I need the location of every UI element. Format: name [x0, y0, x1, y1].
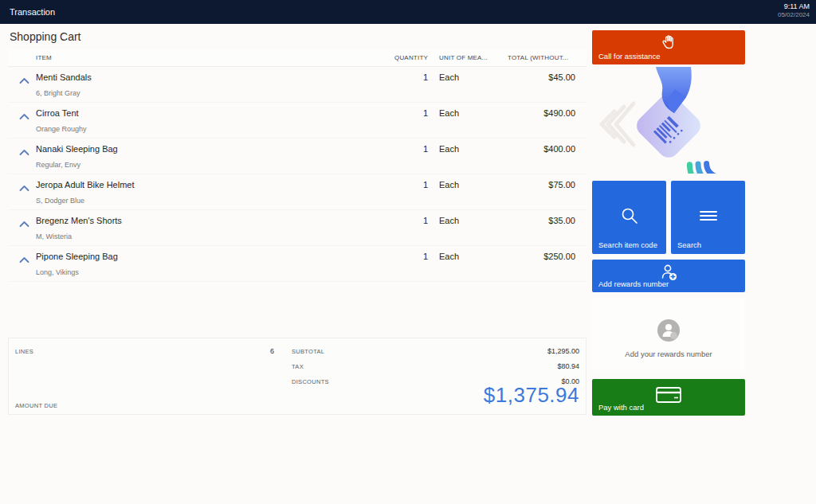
item-name-cell: Jeropa Adult Bike Helmet S, Dodger Blue — [36, 174, 359, 209]
call-for-assistance-button[interactable]: Call for assistance — [592, 30, 745, 64]
person-circle-icon — [657, 318, 681, 346]
item-name: Cirroa Tent — [36, 107, 359, 119]
item-name-cell: Pipone Sleeping Bag Long, Vikings — [36, 246, 359, 281]
page-title: Shopping Cart — [10, 30, 81, 43]
search-icon — [620, 206, 639, 229]
discounts-label: DISCOUNTS — [292, 378, 329, 385]
chevron-up-icon[interactable] — [8, 67, 36, 102]
cart-row[interactable]: Pipone Sleeping Bag Long, Vikings 1 Each… — [8, 246, 586, 282]
item-total: $75.00 — [506, 174, 575, 209]
tax-label: TAX — [292, 363, 304, 370]
item-name-cell: Bregenz Men's Shorts M, Wisteria — [36, 210, 359, 245]
item-name: Jeropa Adult Bike Helmet — [36, 178, 359, 191]
cart-table-header: ITEM QUANTITY UNIT OF MEA... TOTAL (WITH… — [8, 49, 586, 67]
item-quantity: 1 — [359, 139, 428, 174]
list-lines-icon — [698, 206, 719, 229]
item-name-cell: Nanaki Sleeping Bag Regular, Envy — [36, 139, 359, 174]
search-item-code-label: Search item code — [598, 240, 657, 249]
call-for-assistance-label: Call for assistance — [598, 52, 661, 61]
item-unit: Each — [439, 246, 506, 281]
item-variant: S, Dodger Blue — [36, 197, 359, 205]
column-header-unit: UNIT OF MEA... — [439, 54, 488, 61]
item-quantity: 1 — [359, 103, 428, 138]
column-header-item: ITEM — [36, 54, 52, 61]
clock: 9:11 AM 05/02/2024 — [778, 2, 810, 18]
add-rewards-number-label: Add rewards number — [598, 279, 669, 288]
raised-hand-icon — [661, 33, 677, 54]
pay-with-card-label: Pay with card — [598, 403, 644, 412]
amount-due-label: AMOUNT DUE — [15, 402, 57, 409]
cart-row[interactable]: Cirroa Tent Orange Roughy 1 Each $490.00 — [8, 103, 586, 139]
cart-row[interactable]: Jeropa Adult Bike Helmet S, Dodger Blue … — [8, 174, 586, 210]
column-header-quantity: QUANTITY — [394, 54, 428, 61]
item-unit: Each — [439, 139, 506, 174]
item-name-cell: Cirroa Tent Orange Roughy — [36, 103, 359, 138]
item-name: Bregenz Men's Shorts — [36, 214, 359, 227]
item-variant: 6, Bright Gray — [36, 89, 359, 97]
item-total: $490.00 — [506, 103, 575, 138]
item-total: $35.00 — [506, 210, 575, 245]
subtotal-label: SUBTOTAL — [292, 348, 324, 355]
search-label: Search — [677, 240, 701, 249]
chevron-up-icon[interactable] — [8, 139, 36, 174]
pay-with-card-button[interactable]: Pay with card — [592, 379, 745, 416]
search-item-code-button[interactable]: Search item code — [592, 181, 666, 254]
subtotal-value: $1,295.00 — [547, 347, 579, 355]
item-quantity: 1 — [359, 174, 428, 209]
item-quantity: 1 — [359, 246, 428, 281]
lines-value: 6 — [270, 347, 274, 355]
add-your-rewards-number-label: Add your rewards number — [592, 350, 745, 358]
totals-panel: LINES 6 SUBTOTAL $1,295.00 TAX $80.94 DI… — [8, 338, 586, 415]
clock-date: 05/02/2024 — [778, 11, 810, 18]
item-unit: Each — [439, 174, 506, 209]
cart-row[interactable]: Menti Sandals 6, Bright Gray 1 Each $45.… — [8, 67, 586, 103]
cart-table: ITEM QUANTITY UNIT OF MEA... TOTAL (WITH… — [8, 49, 586, 282]
item-name: Menti Sandals — [36, 71, 359, 84]
item-total: $400.00 — [506, 139, 575, 174]
action-panel: Call for assistance — [592, 0, 745, 504]
add-rewards-number-button[interactable]: Add rewards number — [592, 260, 745, 292]
tax-value: $80.94 — [557, 362, 579, 370]
cart-row[interactable]: Nanaki Sleeping Bag Regular, Envy 1 Each… — [8, 139, 586, 174]
item-variant: M, Wisteria — [36, 232, 359, 240]
item-name-cell: Menti Sandals 6, Bright Gray — [36, 67, 359, 102]
item-unit: Each — [439, 210, 506, 245]
cart-rows: Menti Sandals 6, Bright Gray 1 Each $45.… — [8, 67, 586, 282]
item-unit: Each — [439, 67, 506, 102]
clock-time: 9:11 AM — [778, 2, 810, 10]
credit-card-icon — [655, 385, 682, 408]
chevron-up-icon[interactable] — [8, 246, 36, 281]
item-total: $250.00 — [506, 246, 575, 281]
lines-label: LINES — [15, 348, 33, 355]
item-name: Pipone Sleeping Bag — [36, 250, 359, 263]
item-variant: Orange Roughy — [36, 125, 359, 133]
amount-due-value: $1,375.94 — [484, 383, 579, 408]
item-quantity: 1 — [359, 210, 428, 245]
item-total: $45.00 — [506, 67, 575, 102]
chevron-up-icon[interactable] — [8, 103, 36, 138]
chevron-up-icon[interactable] — [8, 210, 36, 245]
item-unit: Each — [439, 103, 506, 138]
item-variant: Long, Vikings — [36, 268, 359, 276]
cart-row[interactable]: Bregenz Men's Shorts M, Wisteria 1 Each … — [8, 210, 586, 246]
item-variant: Regular, Envy — [36, 161, 359, 169]
scan-item-illustration — [592, 65, 745, 174]
transaction-title: Transaction — [10, 0, 55, 24]
item-name: Nanaki Sleeping Bag — [36, 143, 359, 155]
search-button[interactable]: Search — [671, 181, 745, 254]
column-header-total: TOTAL (WITHOUT... — [508, 54, 568, 61]
rewards-placeholder-card: Add your rewards number — [592, 298, 745, 372]
chevron-up-icon[interactable] — [8, 174, 36, 209]
item-quantity: 1 — [359, 67, 428, 102]
